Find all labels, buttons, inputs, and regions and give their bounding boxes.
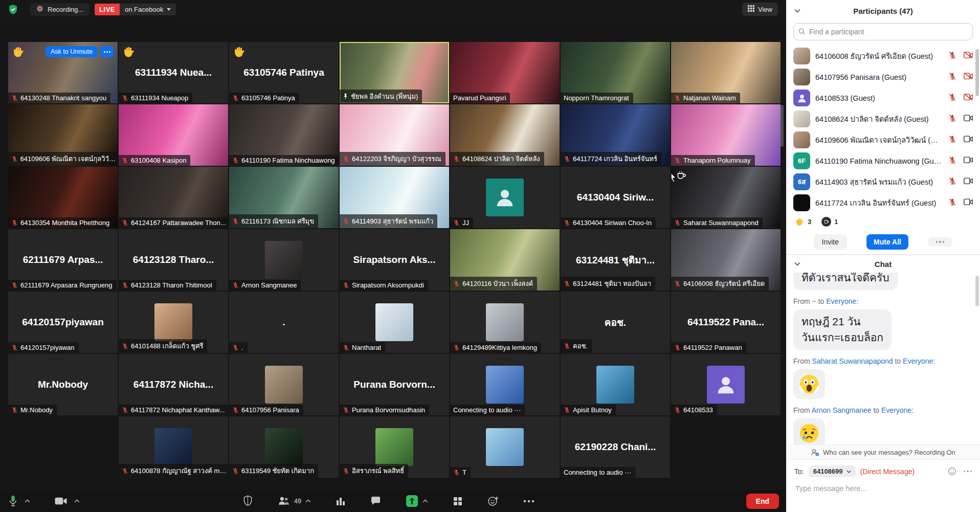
participant-tile[interactable]: 64117724 เกวลิน อินทร์จันทร์	[561, 104, 670, 166]
participant-tile[interactable]: 64108533	[671, 354, 781, 415]
participant-tile[interactable]: Apisit Butnoy	[561, 354, 670, 415]
participant-tile[interactable]: 64120116 บัวนา เพ็งสงค์	[450, 229, 560, 291]
participant-tile[interactable]: 63105746 Patinya63105746 Patinya	[229, 42, 339, 103]
panel-buttons-row: Invite Mute All	[786, 230, 980, 254]
participant-tile[interactable]: 64100878 กัญญาณัฐ สาวงค์ mn...	[119, 416, 228, 478]
participant-tile[interactable]: 64117872 Nicha...64117872 Nichaphat Kant…	[119, 354, 228, 415]
polls-button[interactable]	[335, 495, 347, 507]
participants-button[interactable]: 49	[276, 495, 312, 507]
recipient-selector[interactable]: 64108699	[809, 465, 856, 477]
shield-check-icon[interactable]	[8, 4, 18, 15]
camera-chevron[interactable]	[73, 498, 81, 504]
mic-chevron[interactable]	[24, 498, 31, 504]
participant-tile[interactable]: Purana Borvorn...Purana Borvornsudhasin	[340, 354, 449, 415]
chat-input[interactable]	[794, 483, 974, 502]
participant-tile[interactable]: 64110190 Fatima Ninchuawong	[229, 104, 339, 166]
participant-tile[interactable]: 64119522 Pana...64119522 Panawan	[671, 292, 781, 353]
participant-tile[interactable]: 64108624 ปาลิดา จิตต์หลัง	[450, 104, 560, 166]
participant-tile[interactable]: คอช.คอช.	[561, 292, 670, 353]
participant-tile[interactable]: Sirapatsorn Aks...Sirapatsorn Aksornpukd…	[340, 229, 449, 291]
participant-tile[interactable]: 63124481 ชุติมา...63124481 ชุติมา ทองปัน…	[561, 229, 670, 291]
camera-button[interactable]	[54, 496, 69, 506]
emoji-picker-button[interactable]	[948, 467, 956, 476]
participant-tile[interactable]: Natjanan Wainam	[671, 42, 781, 103]
privacy-banner[interactable]: Who can see your messages? Recording On	[786, 444, 980, 460]
ask-to-unmute-button[interactable]: Ask to Unmute	[46, 46, 98, 57]
participant-tile[interactable]: 64120157piyawan64120157piyawan	[8, 292, 118, 353]
participant-tile[interactable]: 62190228 Chani...Connecting to audio ···	[561, 416, 670, 478]
participant-tile[interactable]: Nopporn Thamrongrat	[561, 42, 670, 103]
participant-tile[interactable]: 63111934 Nuea...63111934 Nueapop	[119, 42, 228, 103]
participant-tile[interactable]: Pavarud Puangsri	[450, 42, 560, 103]
participant-tile[interactable]: Mr.NobodyMr.Nobody	[8, 354, 118, 415]
participant-row[interactable]: 64109606 พัณณิตา เจตน์กุลวิวัฒน์ (Guest)	[786, 129, 980, 150]
participant-tile[interactable]: อิสราภรณ์ พลสิทธิ์	[340, 416, 449, 478]
participant-row[interactable]: 64106008 ธัญวรัตน์ ศรีเอียด (Guest)	[786, 46, 980, 66]
participants-collapse-icon[interactable]	[794, 7, 800, 14]
mic-button[interactable]	[7, 494, 19, 508]
participant-tile[interactable]: Saharat Suwannapapond	[671, 167, 781, 228]
chat-scrollbar[interactable]	[975, 276, 979, 306]
participant-tile[interactable]: 62116173 ณิชกมล ศรีมุข	[229, 167, 339, 228]
participants-chevron	[305, 499, 311, 503]
view-button[interactable]: View	[742, 3, 778, 16]
participant-tile[interactable]: Arnon Sangmanee	[229, 229, 339, 291]
participant-tile[interactable]: 64122203 จิรภิญญา บัวสุวรรณ	[340, 104, 449, 166]
participant-tile[interactable]: 63100408 Kasipon	[119, 104, 228, 166]
chat-button[interactable]	[369, 495, 382, 507]
participant-tile[interactable]: 63119549 ชัยทัต เกิดมาก	[229, 416, 339, 478]
recording-indicator[interactable]: Recording...	[30, 3, 90, 16]
camera-off-icon	[964, 52, 973, 61]
participant-tile[interactable]: 64123128 Tharo...64123128 Tharon Thitimo…	[119, 229, 228, 291]
participant-tile[interactable]: 62111679 Arpas...62111679 Arpasara Rungr…	[8, 229, 118, 291]
grid-scrollbar[interactable]	[781, 105, 784, 147]
tile-name-label: 63105746 Patinya	[241, 94, 295, 102]
chat-collapse-icon[interactable]	[794, 260, 800, 268]
participant-tile[interactable]: ..	[229, 292, 339, 353]
participant-row[interactable]: 6F64110190 Fatima Ninchuawong (Guest)	[786, 150, 980, 171]
more-button[interactable]	[522, 499, 536, 504]
find-participant-input[interactable]	[793, 23, 973, 40]
participant-row[interactable]: 64108533 (Guest)	[786, 87, 980, 108]
participant-tile[interactable]: T	[450, 416, 560, 478]
participant-avatar	[793, 48, 810, 64]
share-screen-button[interactable]	[405, 494, 429, 508]
participant-tile[interactable]: 64114903 สุธารัตน์ พรมแก้ว	[340, 167, 449, 228]
participant-row[interactable]: 64107956 Panisara (Guest)	[786, 66, 980, 87]
participant-tile[interactable]: 64129489Kittiya lemkong	[450, 292, 560, 353]
camera-on-icon	[964, 115, 973, 122]
participant-tile[interactable]: 64107956 Panisara	[229, 354, 339, 415]
participant-tile[interactable]: Ask to Unmute64130248 Thanakrit sangyou	[8, 42, 118, 103]
security-button[interactable]	[242, 494, 254, 508]
mute-all-button[interactable]: Mute All	[866, 234, 908, 250]
participant-tile[interactable]: ชัยพล อิงคำนน (พี่หนุ่ม)	[340, 42, 449, 103]
participant-tile[interactable]: 64109606 พัณณิตา เจตน์กุลวิวัฒน์	[8, 104, 118, 166]
participant-tile[interactable]: 64124167 Pattarawadee Thon...	[119, 167, 228, 228]
panel-more-button[interactable]	[928, 237, 953, 247]
invite-button[interactable]: Invite	[814, 234, 847, 250]
apps-button[interactable]	[452, 495, 464, 507]
participant-tile[interactable]: 64101488 เกล็ดแก้ว ชูศรี	[119, 292, 228, 353]
camera-off-icon	[964, 52, 973, 59]
mic-off-icon	[232, 468, 239, 474]
reactions-button[interactable]	[486, 495, 500, 508]
participant-row[interactable]: 64117724 เกวลิน อินทร์จันทร์ (Guest)	[786, 192, 980, 213]
participant-tile[interactable]: JJ	[450, 167, 560, 228]
mic-off-icon	[232, 157, 239, 164]
participant-row[interactable]: 6ส64114903 สุธารัตน์ พรมแก้ว (Guest)	[786, 171, 980, 192]
chat-more-button[interactable]	[964, 471, 972, 473]
search-icon	[798, 28, 806, 35]
participant-tile[interactable]: 64130354 Monthita Phetthong	[8, 167, 118, 228]
participant-tile[interactable]: Thanaporn Polumnuay	[671, 104, 781, 166]
end-button[interactable]: End	[746, 494, 779, 509]
participant-list-scrollbar[interactable]	[975, 49, 979, 96]
participant-tile[interactable]: Nantharat	[340, 292, 449, 353]
mic-off-icon	[948, 156, 956, 164]
tile-more-button[interactable]	[100, 46, 114, 57]
participant-row[interactable]: 64108624 ปาลิดา จิตต์หลัง (Guest)	[786, 108, 980, 129]
live-target-selector[interactable]: on Facebook	[120, 4, 176, 15]
participant-tile[interactable]: Connecting to audio ···	[450, 354, 560, 415]
participant-tile[interactable]: 64106008 ธัญวรัตน์ ศรีเอียด	[671, 229, 781, 291]
participant-tile[interactable]: 64130404 Siriw...64130404 Siriwan Choo-I…	[561, 167, 670, 228]
record-icon	[36, 5, 43, 14]
